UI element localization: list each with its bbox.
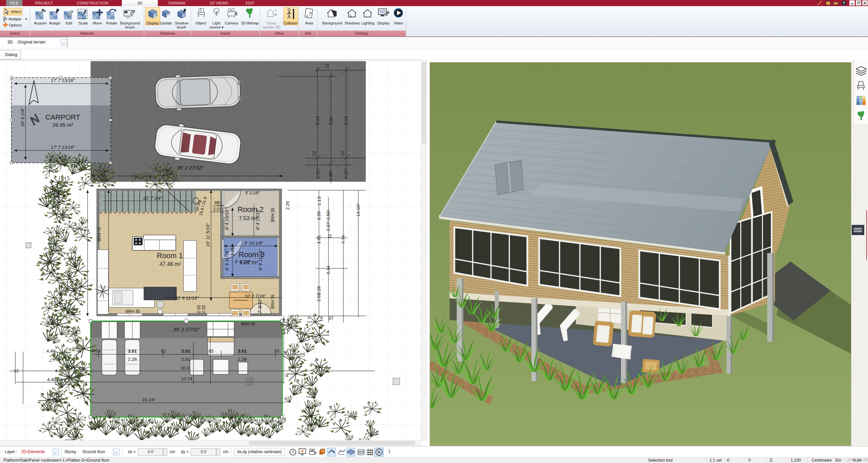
svg-text:?: ? [843,1,845,5]
svg-text:BRH 35: BRH 35 [126,309,140,314]
svg-text:22' 7 1/4": 22' 7 1/4" [143,196,163,201]
svg-text:BRH 35: BRH 35 [270,295,275,309]
svg-text:37: 37 [328,316,333,321]
svg-text:Room 1: Room 1 [157,251,183,260]
svg-text:2.01: 2.01 [316,293,321,301]
svg-text:2.14: 2.14 [326,266,331,274]
svg-text:12: 12 [340,151,345,156]
svg-text:15' 11 5/16": 15' 11 5/16" [205,223,210,247]
svg-text:1.01: 1.01 [316,235,321,244]
svg-text:17' 7 13/16": 17' 7 13/16" [51,145,75,150]
svg-text:16' 5 1/4": 16' 5 1/4" [20,107,25,127]
svg-text:1.11⁵: 1.11⁵ [315,168,320,179]
svg-text:70: 70 [274,349,279,354]
svg-text:7' 9/32": 7' 9/32" [257,298,262,313]
svg-text:2.26: 2.26 [238,357,247,362]
svg-text:88⁵: 88⁵ [214,200,221,205]
svg-text:2.26: 2.26 [128,357,137,362]
svg-text:9' 3 1/8": 9' 3 1/8" [245,191,260,195]
svg-text:10.0: 10.0 [181,366,189,371]
svg-text:32' 9 11/16": 32' 9 11/16" [175,296,199,301]
svg-text:2.01: 2.01 [230,247,235,255]
svg-text:3.01: 3.01 [128,349,137,354]
svg-text:6' 9 11/16": 6' 9 11/16" [224,249,229,270]
svg-text:2.01: 2.01 [213,207,222,212]
svg-text:2.26: 2.26 [285,201,290,210]
svg-text:65: 65 [208,349,213,354]
svg-text:BRH 35: BRH 35 [270,208,275,222]
svg-text:BRH 35: BRH 35 [241,322,255,326]
svg-text:35' 2 27/32": 35' 2 27/32" [176,165,204,171]
svg-text:CARPORT: CARPORT [45,113,80,121]
svg-text:4.40: 4.40 [46,349,55,354]
svg-text:17' 7 13/16": 17' 7 13/16" [51,78,75,83]
svg-text:2.56⁵: 2.56⁵ [326,210,331,220]
svg-text:26.95 m²: 26.95 m² [52,122,73,128]
svg-text:8' 4 15/16": 8' 4 15/16" [224,208,229,230]
svg-text:4.40: 4.40 [47,377,56,382]
svg-text:BRH 75: BRH 75 [97,227,102,242]
svg-text:2.26: 2.26 [316,211,321,220]
svg-text:N: N [378,450,380,454]
svg-text:1.60⁵: 1.60⁵ [328,170,333,181]
svg-text:15.14⁵: 15.14⁵ [142,397,155,402]
svg-text:2.01: 2.01 [196,305,201,313]
svg-text:10' 2 7/16": 10' 2 7/16" [244,293,266,299]
svg-text:2.01: 2.01 [182,357,190,362]
svg-text:62: 62 [161,349,166,354]
svg-text:7.74: 7.74 [341,235,346,244]
svg-text:12: 12 [312,151,317,156]
svg-text:2.07⁵: 2.07⁵ [326,221,331,231]
svg-text:9' 10 1/8": 9' 10 1/8" [244,241,264,246]
svg-text:12: 12 [324,63,329,68]
svg-text:6' 9 11/16": 6' 9 11/16" [258,249,263,270]
svg-text:35' 2 27/32": 35' 2 27/32" [173,326,200,332]
svg-text:10.74: 10.74 [181,376,192,381]
svg-text:5.13: 5.13 [343,116,348,125]
svg-text:12: 12 [14,368,19,373]
svg-text:9' 0 1/8": 9' 0 1/8" [235,259,252,264]
svg-text:47.46 m²: 47.46 m² [159,261,181,267]
svg-text:5.01: 5.01 [328,116,334,125]
svg-text:7.53 m²: 7.53 m² [239,215,258,221]
svg-text:11: 11 [327,234,332,238]
svg-text:3.01: 3.01 [238,349,247,354]
svg-text:2.01: 2.01 [182,349,191,354]
svg-text:5.13: 5.13 [315,116,320,125]
svg-text:2.01: 2.01 [201,305,206,313]
svg-text:1.11⁵: 1.11⁵ [343,168,348,179]
svg-text:8' 4 15/16": 8' 4 15/16" [255,208,260,230]
